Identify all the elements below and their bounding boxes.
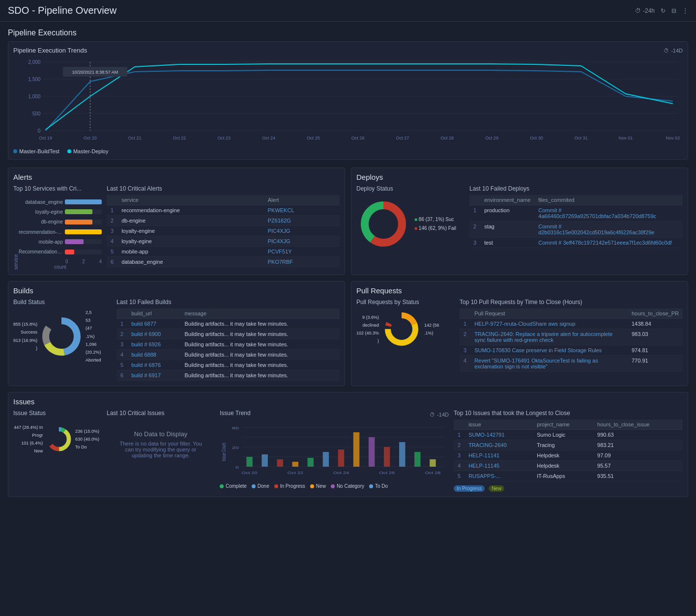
svg-text:Oct 21: Oct 21 [128,136,142,140]
issue-link-4[interactable]: HELP-11145 [468,463,499,469]
svg-rect-49 [246,457,252,467]
pr-link-2[interactable]: TRACING-2640: Replace a tripwire alert f… [474,331,612,343]
svg-rect-56 [353,432,359,467]
builds-section: Builds Build Status 855 (15.8%)Success 9… [8,281,345,386]
deploy-donut-container: ■ 86 (37, 1%) Suc ■ 146 (62, 9%) Fail [356,197,464,251]
issues-table: issue project_name hours_to_close_issue … [454,420,683,481]
svg-text:Issue Count: Issue Count [221,443,227,461]
hbar-fill-2 [65,209,92,214]
pr-table-head: Pull Request hours_to_close_PR [460,308,683,319]
last10-alerts-panel: Last 10 Critical Alerts service Alert 1r… [107,185,340,270]
pull-requests-section: Pull Requests Pull Requests by Status 9 … [351,281,688,386]
svg-text:1,500: 1,500 [28,77,41,82]
hbar-chart: database_engine loyalty-egine db-engine [19,195,102,259]
issue-link-3[interactable]: HELP-11141 [468,452,499,458]
svg-rect-55 [338,449,344,467]
issue-link-5[interactable]: RUSAPPS-... [468,473,500,479]
issue-link-1[interactable]: SUMO-142791 [468,432,504,438]
legend-dot-done [252,484,256,488]
svg-rect-58 [384,447,390,467]
alerts-header-row: service Alert [107,195,340,205]
build-link-6876[interactable]: build # 6876 [131,362,161,368]
deploys-table-body: 1 production Commit # 4a66460c87269a9257… [469,205,683,248]
commit-link-3[interactable]: Commit # 3eff478c1972142e571eeea7f1ec3d6… [538,240,671,246]
last10-alerts-title: Last 10 Critical Alerts [107,185,340,192]
legend-dot-buildtest [13,149,17,153]
alerts-deploys-row: Alerts Top 10 Services with Cri... servi… [8,168,688,275]
hbar-label-2: loyalty-egine [19,209,63,215]
deploys-section: Deploys Deploy Status ■ 86 (37, 1%) Suc [351,168,688,275]
issue-donut-svg [45,420,73,459]
badge-inprogress: In Progress [454,485,485,492]
svg-rect-60 [414,452,420,467]
deploy-status-panel: Deploy Status ■ 86 (37, 1%) Suc ■ 146 (6… [356,185,464,251]
hbar-row-6: Recommendation_Engine [19,249,102,254]
table-row: 3 test Commit # 3eff478c1972142e571eeea7… [469,238,683,248]
services-chart-container: service database_engine loyalty-egine [13,195,102,270]
table-row: 1 SUMO-142791 Sumo Logic 990.63 [454,430,683,440]
col-service: service [117,195,264,205]
table-row: 4 Revert "SUMO-176491 OktaSourceTest is … [460,356,683,372]
top10-pr-title: Top 10 Pull Requests by Time to Close (H… [460,299,683,306]
table-row: 4loyalty-eginePIC4XJG [107,236,340,247]
build-link-6877[interactable]: build 6877 [131,321,156,327]
alert-link-1[interactable]: PKWEKCL [268,207,294,213]
build-link-6900[interactable]: build # 6900 [131,331,161,337]
no-data-box: No Data to Display There is no data for … [107,420,215,469]
pr-link-1[interactable]: HELP-9727-nruta-CloudShare aws signup [474,321,575,327]
col-issue: issue [464,420,533,430]
build-link-6926[interactable]: build # 6926 [131,341,161,347]
alerts-table: service Alert 1recommendation-enginePKWE… [107,195,340,267]
issues-title: Issues [13,397,683,406]
build-link-6888[interactable]: build 6888 [131,352,156,358]
hbar-track-3 [65,220,102,224]
pr-title: Pull Requests [356,286,683,295]
issue-link-2[interactable]: TRACING-2640 [468,442,507,448]
more-button[interactable]: ⋮ [682,7,688,14]
svg-text:Oct 22: Oct 22 [288,471,303,475]
alert-link-5[interactable]: PCVF51Y [268,249,292,254]
svg-text:Oct 26: Oct 26 [379,471,395,475]
deploy-status-title: Deploy Status [356,185,464,192]
builds-header-row: build_url message [116,308,340,319]
svg-text:Oct 19: Oct 19 [39,136,52,140]
table-row: 3 SUMO-170830 Case preserve in Field Sto… [460,345,683,356]
refresh-button[interactable]: ↻ [661,7,666,14]
pipeline-section-title: Pipeline Executions [8,27,688,37]
period-label: -24h [643,7,655,14]
hbar-track-2 [65,209,102,214]
build-link-6917[interactable]: build # 6917 [131,372,161,378]
build-status-title: Build Status [13,299,112,306]
pr-link-4[interactable]: Revert "SUMO-176491 OktaSourceTest is fa… [474,358,598,369]
commit-link-1[interactable]: Commit # 4a66460c87269a925701dbfac7a034b… [538,207,656,219]
issue-trend-chart: 60 20 0 [220,422,449,481]
col-hours: hours_to_close_PR [628,308,683,319]
period-selector[interactable]: ⏱ -24h [635,7,655,14]
table-row: 2build # 6900Building artifacts... it ma… [116,329,340,339]
svg-rect-50 [261,454,267,467]
table-row: 3loyalty-enginePIC4XJG [107,226,340,236]
hbar-fill-4 [65,229,102,234]
refresh-icon: ↻ [661,7,666,14]
legend-dot-new [310,484,314,488]
svg-rect-59 [399,442,405,467]
col-msg: message [180,308,340,319]
alert-link-2[interactable]: PZ6162G [268,218,291,224]
commit-link-2[interactable]: Commit # d2b0316c15e002042cd5019a6c4f622… [538,224,654,235]
filter-button[interactable]: ⊟ [671,7,676,14]
svg-text:0: 0 [235,465,239,469]
no-data-title: No Data to Display [134,430,187,438]
builds-table-head: build_url message [116,308,340,319]
table-row: 1 HELP-9727-nruta-CloudShare aws signup … [460,319,683,329]
clock-icon-trend: ⏱ [430,412,435,418]
svg-rect-57 [369,437,375,467]
alert-link-6[interactable]: PKO7RBF [268,259,293,265]
alert-link-3[interactable]: PIC4XJG [268,228,290,234]
legend-dot-inprogress [274,484,278,488]
legend-master-deploy: Master-Deploy [67,148,109,154]
alert-link-4[interactable]: PIC4XJG [268,238,290,244]
col-num [116,308,127,319]
svg-text:Oct 28: Oct 28 [440,136,454,140]
pr-link-3[interactable]: SUMO-170830 Case preserve in Field Stora… [474,347,602,353]
hbar-fill-1 [65,199,102,204]
